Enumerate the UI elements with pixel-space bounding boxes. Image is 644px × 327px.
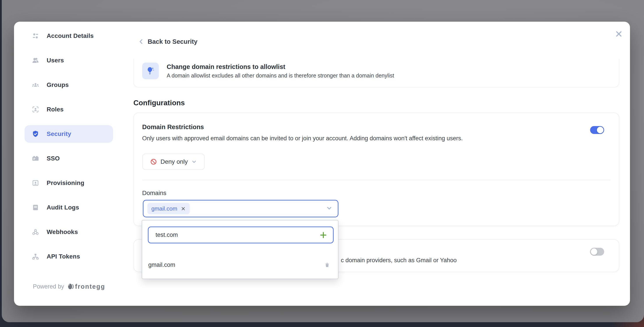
- restriction-mode-value: Deny only: [160, 158, 188, 165]
- domain-restrictions-description: Only users with approved email domains c…: [142, 135, 463, 142]
- tip-title: Change domain restrictions to allowlist: [167, 63, 394, 70]
- add-domain-input[interactable]: [148, 232, 319, 238]
- delete-domain-button[interactable]: [324, 262, 330, 268]
- sidebar-item-label: SSO: [47, 155, 60, 162]
- frontegg-egg-icon: [67, 283, 74, 290]
- domain-restrictions-toggle[interactable]: [590, 126, 604, 134]
- tip-text-block: Change domain restrictions to allowlist …: [167, 63, 394, 79]
- webhooks-icon: [32, 228, 40, 236]
- domain-restrictions-title: Domain Restrictions: [142, 123, 204, 131]
- chevron-left-icon: [138, 38, 144, 45]
- frontegg-brand-name: frontegg: [75, 283, 105, 290]
- sidebar-item-label: Groups: [47, 81, 69, 88]
- domain-restrictions-card: Domain Restrictions Only users with appr…: [134, 112, 619, 226]
- add-domain-input-wrap: [148, 227, 334, 243]
- back-to-security-button[interactable]: Back to Security: [138, 38, 197, 45]
- trash-icon: [324, 262, 330, 268]
- domains-label: Domains: [142, 190, 166, 197]
- domain-list-item[interactable]: gmail.com: [142, 255, 338, 274]
- sidebar-item-security[interactable]: Security: [24, 125, 113, 143]
- sidebar-item-account-details[interactable]: Account Details: [24, 27, 113, 45]
- allowlist-tip-banner: Change domain restrictions to allowlist …: [134, 59, 619, 87]
- close-icon: [615, 30, 622, 38]
- admin-portal-modal: Account Details Users Groups: [14, 22, 630, 306]
- lightbulb-sparkle-icon: [146, 66, 156, 76]
- powered-by-footer: Powered by frontegg: [33, 283, 105, 290]
- sidebar-item-label: Audit Logs: [47, 204, 79, 211]
- provisioning-icon: [32, 179, 40, 187]
- tip-icon-box: [142, 63, 159, 79]
- chip-remove-icon[interactable]: [181, 206, 186, 211]
- sidebar-item-label: Provisioning: [47, 179, 84, 186]
- add-domain-button[interactable]: [319, 231, 327, 239]
- sidebar-item-api-tokens[interactable]: API Tokens: [24, 248, 113, 265]
- sidebar-item-users[interactable]: Users: [24, 52, 113, 69]
- sidebar-item-provisioning[interactable]: Provisioning: [24, 174, 113, 192]
- sidebar: Account Details Users Groups: [14, 22, 134, 306]
- plus-icon: [319, 231, 327, 239]
- domain-chip-label: gmail.com: [151, 205, 177, 212]
- domain-chip: gmail.com: [148, 203, 190, 214]
- sidebar-item-label: Account Details: [47, 32, 94, 39]
- sidebar-item-label: Security: [47, 130, 71, 137]
- domains-multiselect[interactable]: gmail.com: [143, 200, 338, 217]
- deny-ban-icon: [150, 158, 157, 165]
- configurations-heading: Configurations: [134, 99, 185, 107]
- account-details-icon: [32, 32, 40, 40]
- domain-list-item-label: gmail.com: [148, 262, 324, 268]
- sidebar-item-label: Webhooks: [47, 229, 78, 236]
- api-tokens-icon: [32, 253, 40, 261]
- back-button-label: Back to Security: [148, 38, 197, 45]
- powered-by-label: Powered by: [33, 283, 64, 290]
- select-chevron-down-icon: [326, 205, 332, 212]
- security-shield-icon: [32, 130, 40, 138]
- sidebar-item-sso[interactable]: SSO: [24, 150, 113, 167]
- sidebar-item-roles[interactable]: Roles: [24, 101, 113, 118]
- business-domains-description-fragment: c domain providers, such as Gmail or Yah…: [341, 257, 457, 264]
- content-scroll-clip: Change domain restrictions to allowlist …: [134, 59, 619, 87]
- domains-dropdown-popover: gmail.com: [142, 220, 338, 279]
- sidebar-item-label: API Tokens: [47, 253, 80, 260]
- frontegg-logo: frontegg: [67, 283, 105, 290]
- sidebar-item-webhooks[interactable]: Webhooks: [24, 223, 113, 241]
- sso-icon: [32, 155, 40, 162]
- sidebar-item-label: Roles: [47, 106, 64, 113]
- sidebar-item-groups[interactable]: Groups: [24, 76, 113, 94]
- business-domains-toggle[interactable]: [590, 248, 604, 256]
- toggle-knob: [591, 248, 597, 255]
- tip-description: A domain allowlist excludes all other do…: [167, 72, 394, 79]
- restriction-mode-select[interactable]: Deny only: [142, 154, 204, 170]
- sidebar-item-label: Users: [47, 57, 64, 64]
- groups-icon: [32, 81, 40, 89]
- toggle-knob: [597, 127, 604, 133]
- users-icon: [32, 56, 40, 64]
- audit-logs-icon: [32, 204, 40, 211]
- close-modal-button[interactable]: [614, 29, 624, 39]
- card-divider: [142, 180, 610, 180]
- sidebar-item-audit-logs[interactable]: Audit Logs: [24, 199, 113, 216]
- roles-icon: [32, 105, 40, 113]
- chevron-down-icon: [191, 159, 197, 165]
